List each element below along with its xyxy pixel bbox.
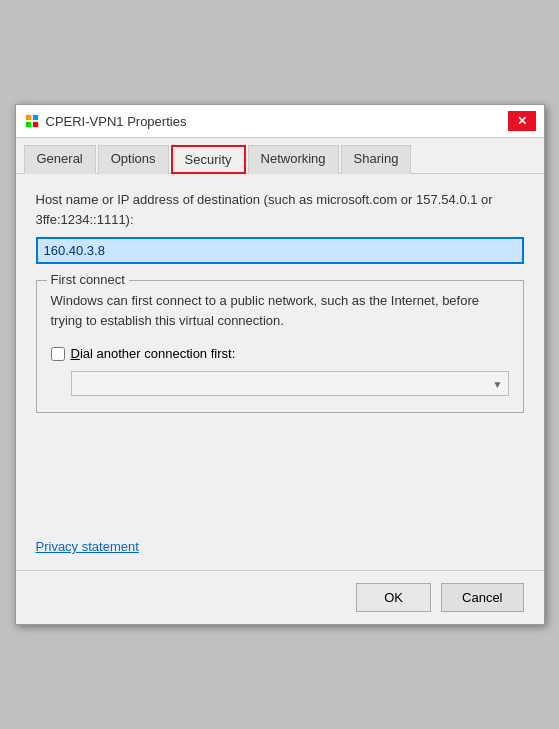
tabs-bar: General Options Security Networking Shar…: [16, 138, 544, 174]
window-title: CPERI-VPN1 Properties: [46, 114, 187, 129]
tab-sharing[interactable]: Sharing: [341, 145, 412, 174]
ok-button[interactable]: OK: [356, 583, 431, 612]
spacer: [36, 429, 524, 509]
connection-dropdown[interactable]: [71, 371, 509, 396]
dial-another-checkbox[interactable]: [51, 347, 65, 361]
cancel-button[interactable]: Cancel: [441, 583, 523, 612]
window-icon: [24, 113, 40, 129]
title-bar: CPERI-VPN1 Properties ✕: [16, 105, 544, 138]
dial-another-row: Dial another connection first:: [51, 346, 509, 361]
connection-dropdown-wrapper: ▼: [71, 371, 509, 396]
tab-general[interactable]: General: [24, 145, 96, 174]
group-box-legend: First connect: [47, 272, 129, 287]
svg-rect-1: [32, 115, 37, 120]
first-connect-description: Windows can first connect to a public ne…: [51, 291, 509, 330]
svg-rect-0: [25, 115, 30, 120]
tab-content: Host name or IP address of destination (…: [16, 174, 544, 570]
title-bar-left: CPERI-VPN1 Properties: [24, 113, 187, 129]
tab-networking[interactable]: Networking: [248, 145, 339, 174]
properties-window: CPERI-VPN1 Properties ✕ General Options …: [15, 104, 545, 625]
svg-rect-3: [32, 122, 37, 127]
button-bar: OK Cancel: [16, 570, 544, 624]
first-connect-group: First connect Windows can first connect …: [36, 280, 524, 413]
svg-rect-2: [25, 122, 30, 127]
close-button[interactable]: ✕: [508, 111, 536, 131]
privacy-statement-link[interactable]: Privacy statement: [36, 539, 524, 554]
tab-options[interactable]: Options: [98, 145, 169, 174]
dial-another-label: Dial another connection first:: [71, 346, 236, 361]
host-description: Host name or IP address of destination (…: [36, 190, 524, 229]
tab-security[interactable]: Security: [171, 145, 246, 174]
host-input[interactable]: [36, 237, 524, 264]
